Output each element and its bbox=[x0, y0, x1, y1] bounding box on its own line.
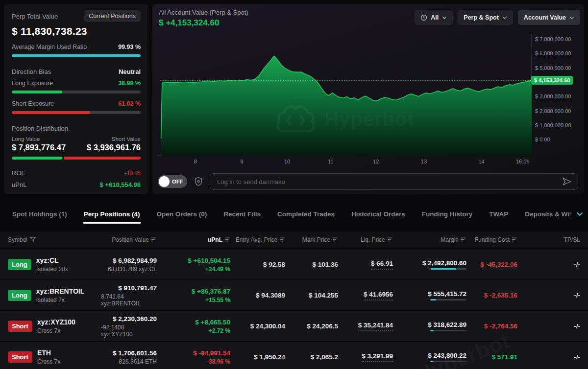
column-header-position-value[interactable]: Position Value bbox=[101, 236, 157, 243]
funding-cost-cell: $ -2,764.56 bbox=[466, 323, 517, 330]
entry-price-cell: $ 24,300.04 bbox=[230, 323, 285, 330]
upnl-cell: $ -94,991.54-38.96 % bbox=[157, 349, 230, 365]
position-row-xyz-brentoil[interactable]: Longxyz:BRENTOILIsolated 7x$ 910,791.478… bbox=[0, 280, 588, 310]
margin-mode: Cross 7x bbox=[37, 327, 75, 334]
send-danmaku-icon[interactable] bbox=[562, 177, 572, 186]
sort-icon[interactable] bbox=[151, 237, 157, 242]
margin-usage-bar bbox=[430, 299, 466, 300]
chevron-down-icon bbox=[502, 16, 507, 19]
x-axis-label: 9 bbox=[241, 159, 244, 164]
position-value-cell: $ 1,706,601.56-826.3614 ETH bbox=[101, 349, 157, 365]
tab-deposits-withdraw[interactable]: Deposits & Withdraw bbox=[524, 209, 570, 224]
danmaku-settings-icon[interactable] bbox=[194, 177, 203, 186]
account-value-title: All Account Value (Perp & Spot) bbox=[159, 9, 248, 16]
position-value-cell: $ 2,230,360.20-92.1408 xyz:XYZ100 bbox=[101, 315, 157, 338]
margin-ratio-label: Average Margin Used Ratio bbox=[12, 44, 87, 50]
column-header-margin[interactable]: Margin bbox=[393, 236, 466, 243]
sort-icon[interactable] bbox=[225, 237, 230, 242]
sort-icon[interactable] bbox=[461, 237, 466, 242]
filter-icon[interactable] bbox=[30, 237, 36, 242]
y-axis-label: $ 5,000,000.00 bbox=[535, 65, 571, 71]
danmaku-bar: OFF bbox=[158, 173, 578, 190]
side-badge: Long bbox=[8, 259, 31, 270]
symbol-name: xyz:CL bbox=[36, 256, 68, 264]
tab-open-orders-0[interactable]: Open Orders (0) bbox=[156, 209, 208, 224]
short-value: $ 3,936,961.76 bbox=[87, 143, 141, 152]
margin-ratio-bar bbox=[12, 54, 141, 57]
tab-funding-history[interactable]: Funding History bbox=[421, 209, 473, 224]
symbol-cell: Longxyz:CLIsolated 20x bbox=[8, 256, 101, 273]
metric-dropdown[interactable]: Account Value bbox=[518, 10, 580, 25]
column-header-funding-cost[interactable]: Funding Cost bbox=[466, 236, 517, 243]
margin-mode: Isolated 7x bbox=[36, 297, 85, 303]
short-exposure-value: 61.02 % bbox=[118, 100, 141, 107]
position-value-cell: $ 6,982,984.9968,831.789 xyz:CL bbox=[101, 257, 157, 273]
positions-table-header: SymbolPosition ValueuPnLEntry Avg. Price… bbox=[0, 231, 588, 248]
column-header-symbol[interactable]: Symbol bbox=[8, 236, 101, 243]
toggle-label: OFF bbox=[172, 179, 183, 184]
time-range-dropdown[interactable]: All bbox=[415, 10, 453, 25]
position-row-xyz-xyz100[interactable]: Shortxyz:XYZ100Cross 7x$ 2,230,360.20-92… bbox=[0, 311, 588, 341]
margin-mode: Cross 7x bbox=[37, 358, 60, 365]
symbol-cell: ShortETHCross 7x bbox=[8, 349, 101, 365]
entry-price-cell: $ 92.58 bbox=[230, 261, 285, 268]
current-positions-button[interactable]: Current Positions bbox=[84, 10, 141, 22]
symbol-name: ETH bbox=[37, 349, 60, 357]
long-value: $ 7,893,776.47 bbox=[12, 143, 66, 152]
funding-cost-cell: $ 571.91 bbox=[466, 353, 517, 361]
x-axis-label: 12 bbox=[373, 159, 379, 164]
upnl-cell: $ +610,504.15+24.49 % bbox=[157, 257, 230, 273]
symbol-cell: Shortxyz:XYZ100Cross 7x bbox=[8, 318, 101, 334]
chart-filters: All Perp & Spot Account Value bbox=[415, 10, 580, 25]
column-header-liq-price[interactable]: Liq. Price bbox=[338, 236, 393, 243]
long-exposure-bar bbox=[12, 91, 141, 93]
danmaku-input-wrap bbox=[210, 173, 578, 190]
margin-cell: $ 318,622.89 bbox=[393, 321, 466, 331]
account-value-card: All Account Value (Perp & Spot) $ +4,153… bbox=[152, 4, 584, 194]
scope-dropdown[interactable]: Perp & Spot bbox=[458, 10, 513, 25]
chevron-down-icon bbox=[569, 16, 574, 19]
tab-historical-orders[interactable]: Historical Orders bbox=[351, 209, 406, 224]
margin-ratio-fill bbox=[12, 54, 141, 57]
position-row-xyz-cl[interactable]: Longxyz:CLIsolated 20x$ 6,982,984.9968,8… bbox=[0, 250, 588, 279]
tab-twap[interactable]: TWAP bbox=[489, 209, 509, 224]
tab-perp-positions-4[interactable]: Perp Positions (4) bbox=[83, 209, 141, 224]
distribution-bar bbox=[12, 157, 141, 160]
more-tabs-chevron-icon[interactable] bbox=[576, 212, 583, 216]
symbol-cell: Longxyz:BRENTOILIsolated 7x bbox=[8, 287, 101, 303]
mark-price-cell: $ 24,206.5 bbox=[285, 323, 338, 330]
long-exposure-fill bbox=[12, 91, 62, 93]
column-header-entry-avg-price[interactable]: Entry Avg. Price bbox=[230, 236, 285, 243]
x-axis-label: 11 bbox=[328, 159, 333, 164]
position-row-eth[interactable]: ShortETHCross 7x$ 1,706,601.56-826.3614 … bbox=[0, 342, 588, 369]
column-header-upnl[interactable]: uPnL bbox=[157, 236, 230, 243]
y-axis-label: $ 3,000,000.00 bbox=[535, 93, 571, 99]
mark-price-cell: $ 104.255 bbox=[285, 292, 338, 299]
liq-price-cell: $ 41.6956 bbox=[338, 291, 393, 300]
liq-price-cell: $ 3,291.99 bbox=[338, 352, 393, 362]
roe-value: -18 % bbox=[124, 170, 141, 177]
x-axis-label: 13 bbox=[421, 159, 427, 164]
y-axis-label: $ 1,000,000.00 bbox=[535, 122, 571, 128]
column-header-mark-price[interactable]: Mark Price bbox=[285, 236, 338, 243]
tab-completed-trades[interactable]: Completed Trades bbox=[277, 209, 335, 224]
sort-icon[interactable] bbox=[512, 237, 517, 242]
mark-price-cell: $ 101.36 bbox=[285, 261, 338, 268]
mark-price-cell: $ 2,065.2 bbox=[285, 353, 338, 361]
liq-price-cell: $ 35,241.84 bbox=[338, 322, 393, 331]
trading-dashboard: Perp Total Value Current Positions $ 11,… bbox=[0, 0, 588, 369]
tab-recent-fills[interactable]: Recent Fills bbox=[223, 209, 261, 224]
side-badge: Short bbox=[8, 351, 32, 363]
long-value-label: Long Value bbox=[12, 136, 40, 142]
sort-icon[interactable] bbox=[388, 237, 393, 242]
sort-icon[interactable] bbox=[333, 237, 338, 242]
margin-mode: Isolated 20x bbox=[36, 266, 68, 273]
side-badge: Short bbox=[8, 321, 32, 332]
tpsl-cell: -/- bbox=[517, 353, 580, 361]
danmaku-toggle[interactable]: OFF bbox=[158, 175, 187, 188]
tab-spot-holdings-1[interactable]: Spot Holdings (1) bbox=[12, 209, 68, 224]
danmaku-input[interactable] bbox=[210, 173, 578, 190]
margin-ratio-value: 99.93 % bbox=[118, 44, 141, 50]
sort-icon[interactable] bbox=[280, 237, 285, 242]
entry-price-cell: $ 1,950.24 bbox=[230, 353, 285, 361]
